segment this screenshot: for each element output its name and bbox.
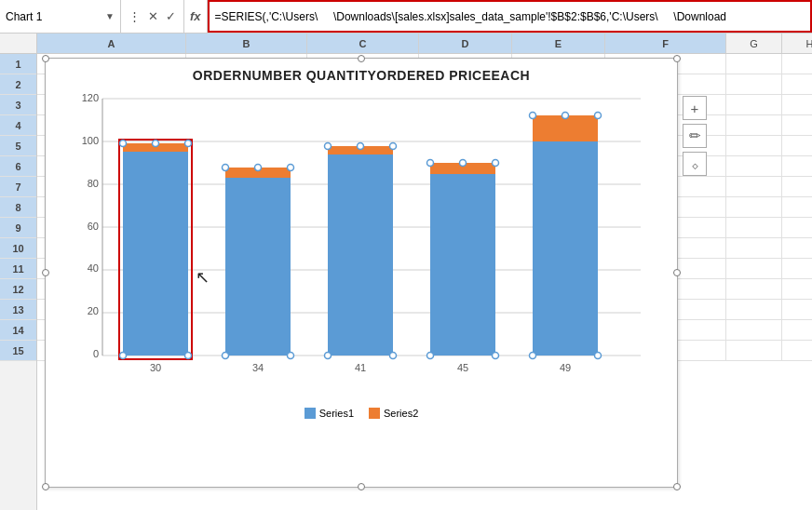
cell[interactable] — [726, 156, 782, 176]
sel-dot — [223, 353, 229, 359]
name-box[interactable]: Chart 1 ▼ — [0, 0, 121, 33]
bar-4-series1[interactable] — [430, 174, 495, 356]
cell[interactable] — [782, 218, 812, 237]
bar-3-series1[interactable] — [328, 154, 393, 356]
sel-dot — [185, 353, 192, 359]
cell[interactable] — [726, 177, 782, 196]
cell[interactable] — [782, 156, 812, 176]
bar-2-series1[interactable] — [225, 178, 291, 356]
cell[interactable] — [726, 300, 782, 319]
fx-icon: fx — [184, 0, 208, 33]
svg-text:80: 80 — [88, 178, 99, 189]
row-num-6: 6 — [0, 156, 36, 177]
chart-buttons: + ✏ ⬦ — [683, 96, 707, 176]
cell[interactable] — [726, 238, 782, 258]
add-chart-element-button[interactable]: + — [683, 96, 707, 120]
col-header-e[interactable]: E — [512, 34, 605, 53]
cell[interactable] — [726, 218, 782, 237]
cell[interactable] — [726, 115, 782, 135]
row-num-2: 2 — [0, 74, 36, 95]
more-options-icon[interactable]: ⋮ — [127, 7, 142, 25]
cell[interactable] — [782, 238, 812, 258]
row-numbers: 1 2 3 4 5 6 7 8 9 10 11 12 13 14 15 — [0, 54, 37, 510]
grid-cells[interactable]: ORDERNUMBER QUANTITYORDERED PRICEEACH 0 … — [37, 54, 812, 510]
resize-handle-tr[interactable] — [673, 55, 681, 62]
cell[interactable] — [782, 197, 812, 217]
legend-label-series1: Series1 — [319, 408, 354, 419]
chart-title: ORDERNUMBER QUANTITYORDERED PRICEEACH — [46, 68, 677, 83]
resize-handle-tl[interactable] — [42, 55, 49, 62]
cell[interactable] — [782, 341, 812, 360]
resize-handle-br[interactable] — [673, 483, 681, 490]
formula-input[interactable] — [208, 0, 812, 33]
cell[interactable] — [782, 115, 812, 135]
sel-dot — [427, 160, 434, 167]
chart-style-button[interactable]: ✏ — [683, 124, 707, 148]
cell[interactable] — [726, 279, 782, 299]
cancel-icon[interactable]: ✕ — [146, 7, 160, 25]
grid-body: 1 2 3 4 5 6 7 8 9 10 11 12 13 14 15 — [0, 54, 812, 510]
col-header-c[interactable]: C — [307, 34, 419, 53]
cell[interactable] — [782, 177, 812, 196]
row-num-13: 13 — [0, 300, 36, 320]
legend-item-series1: Series1 — [304, 408, 354, 419]
resize-handle-bottom[interactable] — [358, 483, 365, 490]
sel-dot — [358, 143, 364, 150]
cell[interactable] — [782, 95, 812, 114]
formula-bar: Chart 1 ▼ ⋮ ✕ ✓ fx — [0, 0, 812, 34]
sel-dot — [288, 353, 294, 359]
col-header-h[interactable]: H — [782, 34, 812, 53]
cell[interactable] — [726, 259, 782, 278]
cell[interactable] — [726, 197, 782, 217]
cell[interactable] — [726, 341, 782, 360]
col-header-a[interactable]: A — [37, 34, 186, 53]
svg-text:40: 40 — [88, 262, 99, 274]
row-num-10: 10 — [0, 238, 36, 259]
col-header-f[interactable]: F — [605, 34, 726, 53]
row-num-8: 8 — [0, 197, 36, 218]
legend-label-series2: Series2 — [384, 408, 418, 419]
bar-1-series1[interactable] — [123, 152, 188, 356]
legend-item-series2: Series2 — [369, 408, 418, 419]
chart-legend: Series1 Series2 — [46, 408, 677, 419]
cell[interactable] — [726, 95, 782, 114]
row-num-15: 15 — [0, 341, 36, 361]
svg-text:41: 41 — [355, 362, 366, 373]
cell[interactable] — [782, 259, 812, 278]
row-num-3: 3 — [0, 95, 36, 115]
resize-handle-left[interactable] — [42, 269, 49, 276]
bar-5-series1[interactable] — [533, 141, 598, 356]
row-num-9: 9 — [0, 218, 36, 238]
cell[interactable] — [782, 54, 812, 74]
chart-container[interactable]: ORDERNUMBER QUANTITYORDERED PRICEEACH 0 … — [45, 58, 678, 488]
resize-handle-top[interactable] — [358, 55, 365, 62]
cell[interactable] — [726, 54, 782, 74]
cell[interactable] — [782, 300, 812, 319]
chart-filter-button[interactable]: ⬦ — [683, 152, 707, 176]
cursor-icon: ↖ — [196, 268, 210, 287]
sel-dot — [493, 160, 499, 167]
col-header-b[interactable]: B — [186, 34, 307, 53]
col-header-g[interactable]: G — [726, 34, 782, 53]
name-box-chevron-icon: ▼ — [105, 11, 115, 21]
cell[interactable] — [726, 136, 782, 155]
cell[interactable] — [782, 279, 812, 299]
sel-dot — [595, 353, 602, 359]
resize-handle-right[interactable] — [673, 269, 681, 276]
name-box-text: Chart 1 — [6, 10, 102, 23]
sel-dot — [427, 353, 434, 359]
cell[interactable] — [782, 320, 812, 340]
cell[interactable] — [782, 136, 812, 155]
resize-handle-bl[interactable] — [42, 483, 49, 490]
sel-dot — [255, 165, 262, 171]
sel-dot — [288, 165, 294, 171]
col-header-d[interactable]: D — [419, 34, 512, 53]
chart-svg: 0 20 40 60 80 100 120 — [63, 87, 659, 404]
cell[interactable] — [726, 74, 782, 94]
cell[interactable] — [726, 320, 782, 340]
cell[interactable] — [782, 74, 812, 94]
svg-text:45: 45 — [457, 362, 468, 373]
confirm-icon[interactable]: ✓ — [164, 7, 178, 25]
svg-text:100: 100 — [82, 135, 99, 146]
legend-swatch-series1 — [304, 408, 316, 419]
